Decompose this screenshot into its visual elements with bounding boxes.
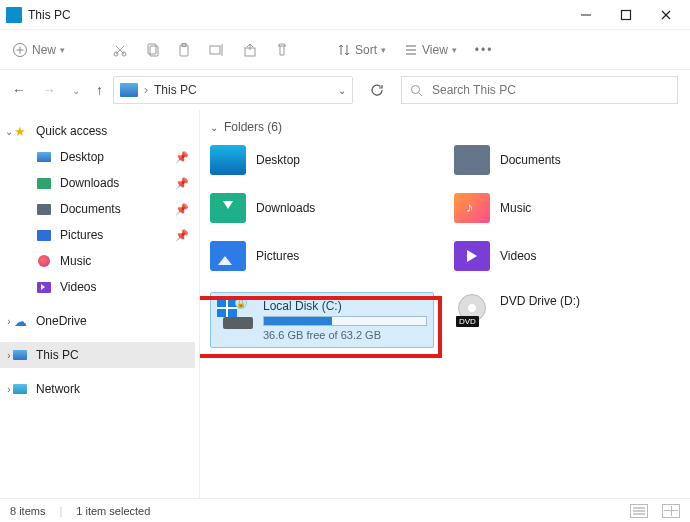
sidebar-item-pictures[interactable]: Pictures 📌 [0, 222, 195, 248]
expand-icon[interactable]: › [4, 384, 14, 395]
breadcrumb-location: This PC [154, 83, 332, 97]
pc-icon [120, 83, 138, 97]
search-icon [410, 84, 422, 97]
maximize-button[interactable] [606, 0, 646, 30]
dvd-label: DVD Drive (D:) [500, 294, 580, 308]
status-selected-count: 1 item selected [76, 505, 150, 517]
sidebar-quick-access[interactable]: ⌄ ★ Quick access [0, 118, 195, 144]
delete-button[interactable] [275, 43, 289, 57]
sort-button[interactable]: Sort ▾ [337, 43, 386, 57]
dvd-icon: DVD [454, 294, 490, 326]
music-icon [38, 255, 50, 267]
up-button[interactable]: ↑ [96, 82, 103, 98]
view-button[interactable]: View ▾ [404, 43, 457, 57]
tiles-view-button[interactable] [662, 504, 680, 518]
paste-icon [177, 43, 191, 57]
sidebar-this-pc[interactable]: › This PC [0, 342, 195, 368]
folder-downloads[interactable]: Downloads [210, 190, 434, 226]
music-icon [454, 193, 490, 223]
folder-pictures[interactable]: Pictures [210, 238, 434, 274]
paste-button[interactable] [177, 43, 191, 57]
cut-button[interactable] [113, 43, 127, 57]
pin-icon: 📌 [175, 203, 189, 216]
desktop-icon [37, 152, 51, 162]
folder-label: Music [500, 201, 531, 215]
sidebar-item-label: Desktop [60, 150, 104, 164]
sidebar-label: This PC [36, 348, 79, 362]
minimize-button[interactable] [566, 0, 606, 30]
sidebar-item-label: Documents [60, 202, 121, 216]
pin-icon: 📌 [175, 151, 189, 164]
sort-label: Sort [355, 43, 377, 57]
navigation-pane: ⌄ ★ Quick access Desktop 📌 Downloads 📌 D… [0, 110, 200, 498]
share-button[interactable] [243, 43, 257, 57]
expand-icon[interactable]: › [4, 350, 14, 361]
search-input[interactable] [430, 82, 669, 98]
pc-icon [13, 350, 27, 360]
chevron-down-icon: ▾ [60, 45, 65, 55]
collapse-icon[interactable]: ⌄ [4, 126, 14, 137]
folder-label: Documents [500, 153, 561, 167]
new-label: New [32, 43, 56, 57]
documents-icon [37, 204, 51, 215]
dvd-tag: DVD [456, 316, 479, 327]
pictures-icon [37, 230, 51, 241]
sort-icon [337, 43, 351, 57]
copy-icon [145, 43, 159, 57]
sidebar-label: OneDrive [36, 314, 87, 328]
trash-icon [275, 43, 289, 57]
sidebar-item-downloads[interactable]: Downloads 📌 [0, 170, 195, 196]
sidebar-item-label: Videos [60, 280, 96, 294]
close-button[interactable] [646, 0, 686, 30]
svg-rect-13 [210, 46, 220, 54]
folders-section-header[interactable]: ⌄ Folders (6) [210, 120, 678, 134]
copy-button[interactable] [145, 43, 159, 57]
sidebar-onedrive[interactable]: › ☁ OneDrive [0, 308, 195, 334]
new-button[interactable]: New ▾ [12, 42, 65, 58]
sidebar-item-music[interactable]: Music [0, 248, 195, 274]
chevron-down-icon: ▾ [381, 45, 386, 55]
sidebar-network[interactable]: › Network [0, 376, 195, 402]
sidebar-item-videos[interactable]: Videos [0, 274, 195, 300]
folder-music[interactable]: Music [454, 190, 678, 226]
app-icon [6, 7, 22, 23]
sidebar-item-documents[interactable]: Documents 📌 [0, 196, 195, 222]
folder-videos[interactable]: Videos [454, 238, 678, 274]
view-icon [404, 43, 418, 57]
folders-header-label: Folders (6) [224, 120, 282, 134]
title-bar: This PC [0, 0, 690, 30]
expand-icon[interactable]: › [4, 316, 14, 327]
sidebar-label: Quick access [36, 124, 107, 138]
pin-icon: 📌 [175, 229, 189, 242]
desktop-icon [210, 145, 246, 175]
folder-documents[interactable]: Documents [454, 142, 678, 178]
folder-label: Desktop [256, 153, 300, 167]
plus-circle-icon [12, 42, 28, 58]
folder-label: Pictures [256, 249, 299, 263]
sidebar-item-label: Downloads [60, 176, 119, 190]
refresh-button[interactable] [363, 76, 391, 104]
downloads-icon [210, 193, 246, 223]
back-button[interactable]: ← [12, 82, 26, 98]
drive-free-text: 36.6 GB free of 63.2 GB [263, 329, 427, 341]
rename-icon [209, 43, 225, 57]
details-view-button[interactable] [630, 504, 648, 518]
recent-locations-button[interactable]: ⌄ [72, 85, 80, 96]
rename-button[interactable] [209, 43, 225, 57]
downloads-icon [37, 178, 51, 189]
chevron-down-icon[interactable]: ⌄ [338, 85, 346, 96]
drive-icon: 🔒 [217, 299, 255, 329]
search-box[interactable] [401, 76, 678, 104]
videos-icon [454, 241, 490, 271]
drive-dvd-d[interactable]: DVD DVD Drive (D:) [454, 292, 678, 326]
lock-icon: 🔒 [235, 297, 247, 309]
more-button[interactable]: ••• [475, 43, 494, 57]
forward-button[interactable]: → [42, 82, 56, 98]
share-icon [243, 43, 257, 57]
chevron-down-icon: ⌄ [210, 122, 218, 133]
address-bar[interactable]: › This PC ⌄ [113, 76, 353, 104]
svg-rect-1 [622, 10, 631, 19]
folder-desktop[interactable]: Desktop [210, 142, 434, 178]
drive-local-disk-c[interactable]: 🔒 Local Disk (C:) 36.6 GB free of 63.2 G… [210, 292, 434, 348]
sidebar-item-desktop[interactable]: Desktop 📌 [0, 144, 195, 170]
